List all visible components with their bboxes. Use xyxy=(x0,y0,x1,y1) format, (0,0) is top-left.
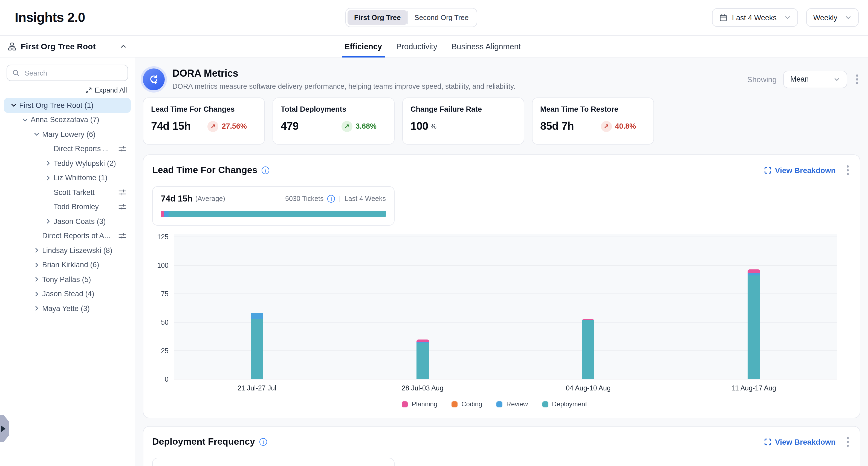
stat-value-row: 479↗3.68% xyxy=(281,120,386,133)
info-icon[interactable] xyxy=(259,438,267,446)
y-axis: 0255075100125 xyxy=(152,234,174,379)
chevron-down-icon[interactable] xyxy=(31,131,42,138)
stat-card-value: 74d 15h xyxy=(151,120,191,133)
summary-period: Last 4 Weeks xyxy=(344,195,386,203)
chevron-up-icon[interactable] xyxy=(120,43,127,50)
granularity-select[interactable]: Weekly xyxy=(806,8,859,27)
tree-item[interactable]: Todd Bromley xyxy=(4,200,131,214)
info-icon[interactable] xyxy=(262,167,270,174)
view-breakdown-button[interactable]: View Breakdown xyxy=(764,438,836,446)
tree-item[interactable]: First Org Tree Root (1) xyxy=(4,98,131,113)
org-toggle-second-org-tree[interactable]: Second Org Tree xyxy=(408,10,475,25)
bar-segment-planning xyxy=(748,270,760,272)
tree-item-label: Brian Kirkland (6) xyxy=(42,261,99,269)
stat-value-row: 100% xyxy=(410,120,516,133)
tree-item[interactable]: Mary Lowery (6) xyxy=(4,127,131,142)
gridline xyxy=(174,265,837,266)
granularity-value: Weekly xyxy=(813,13,837,22)
stat-card-value: 479 xyxy=(281,120,299,133)
trend-up-arrow-icon: ↗ xyxy=(601,121,612,132)
chevron-down-icon xyxy=(784,14,791,21)
sidebar-collapse-handle[interactable] xyxy=(0,415,9,442)
deployment-frequency-title: Deployment Frequency xyxy=(152,436,255,447)
chevron-right-icon[interactable] xyxy=(43,160,54,167)
tree-item[interactable]: Jason Coats (3) xyxy=(4,214,131,229)
tree-item[interactable]: Maya Yette (3) xyxy=(4,301,131,316)
org-toggle-first-org-tree[interactable]: First Org Tree xyxy=(347,10,407,25)
stat-delta-badge: ↗27.56% xyxy=(208,121,247,132)
tree-item[interactable]: Anna Scozzafava (7) xyxy=(4,113,131,127)
search-input[interactable] xyxy=(6,65,128,81)
filter-sliders-icon[interactable] xyxy=(118,232,126,240)
legend-swatch xyxy=(542,401,548,407)
tab-efficiency[interactable]: Efficiency xyxy=(342,36,385,58)
bar-segment-deployment xyxy=(748,275,760,379)
expand-all-button[interactable]: Expand All xyxy=(85,87,127,94)
chevron-right-icon[interactable] xyxy=(31,305,42,312)
tree-item[interactable]: Direct Reports of A... xyxy=(4,229,131,243)
date-range-select[interactable]: Last 4 Weeks xyxy=(712,8,798,27)
tab-productivity[interactable]: Productivity xyxy=(394,36,440,58)
aggregation-select[interactable]: Mean xyxy=(783,70,847,88)
phase-segment-deployment xyxy=(169,211,386,217)
plot-area xyxy=(174,234,837,379)
stat-value-row: 74d 15h↗27.56% xyxy=(151,120,257,133)
chevron-right-icon[interactable] xyxy=(31,276,42,283)
stat-delta-badge: ↗3.68% xyxy=(341,121,376,132)
filter-sliders-icon[interactable] xyxy=(118,188,126,197)
chevron-down-icon xyxy=(845,14,851,21)
dora-controls: Showing Mean xyxy=(747,70,860,88)
kebab-menu-button[interactable] xyxy=(854,72,860,86)
chevron-right-icon[interactable] xyxy=(31,262,42,268)
dora-subtitle: DORA metrics measure software delivery p… xyxy=(173,82,515,90)
tree-item[interactable]: Scott Tarkett xyxy=(4,185,131,200)
info-icon[interactable] xyxy=(327,195,335,203)
chevron-right-icon[interactable] xyxy=(31,291,42,297)
tree-item[interactable]: Brian Kirkland (6) xyxy=(4,258,131,272)
bar-segment-deployment xyxy=(416,343,429,379)
chevron-down-icon[interactable] xyxy=(20,117,31,123)
legend-item-coding: Coding xyxy=(452,400,482,408)
tree-item-label: Mary Lowery (6) xyxy=(42,130,95,139)
legend-swatch xyxy=(496,401,502,407)
legend-item-planning: Planning xyxy=(402,400,437,408)
kebab-menu-button[interactable] xyxy=(844,435,851,449)
summary-value: 74d 15h xyxy=(161,194,192,204)
lead-time-title-group: Lead Time For Changes xyxy=(152,165,270,176)
chevron-down-icon xyxy=(834,76,840,82)
deployment-frequency-summary-card xyxy=(152,458,395,466)
org-tree-toggle: First Org TreeSecond Org Tree xyxy=(345,8,477,27)
tree-item[interactable]: Tony Pallas (5) xyxy=(4,272,131,287)
summary-meta: 5030 Tickets | Last 4 Weeks xyxy=(285,195,386,203)
x-tick-label: 21 Jul-27 Jul xyxy=(174,384,340,392)
kebab-menu-button[interactable] xyxy=(844,163,851,177)
org-tree: First Org Tree Root (1)Anna Scozzafava (… xyxy=(0,98,135,318)
legend-swatch xyxy=(402,401,408,407)
dora-metrics-header: DORA Metrics DORA metrics measure softwa… xyxy=(143,68,860,90)
stat-card-title: Mean Time To Restore xyxy=(540,105,646,113)
page-title: Insights 2.0 xyxy=(15,10,85,25)
tree-item[interactable]: Liz Whittome (1) xyxy=(4,171,131,185)
x-tick-label: 11 Aug-17 Aug xyxy=(671,384,837,392)
tree-item-label: Teddy Wylupski (2) xyxy=(54,159,116,168)
chevron-down-icon[interactable] xyxy=(8,102,19,109)
tree-item[interactable]: Direct Reports ... xyxy=(4,142,131,156)
tree-item[interactable]: Jason Stead (4) xyxy=(4,287,131,301)
tab-business-alignment[interactable]: Business Alignment xyxy=(449,36,524,58)
stat-card-change-failure-rate: Change Failure Rate100% xyxy=(402,97,524,145)
filter-sliders-icon[interactable] xyxy=(118,145,126,153)
tree-item-label: Anna Scozzafava (7) xyxy=(31,116,99,124)
sidebar-title: First Org Tree Root xyxy=(21,41,116,51)
tree-item[interactable]: Lindsay Liszewski (8) xyxy=(4,243,131,258)
expand-all-label: Expand All xyxy=(95,87,127,94)
tree-item[interactable]: Teddy Wylupski (2) xyxy=(4,156,131,171)
trend-up-arrow-icon: ↗ xyxy=(208,121,218,132)
filter-sliders-icon[interactable] xyxy=(118,203,126,211)
calendar-icon xyxy=(719,13,727,22)
chevron-right-icon[interactable] xyxy=(43,175,54,181)
sidebar: First Org Tree Root Expand All xyxy=(0,35,135,466)
phase-segment-review xyxy=(164,211,169,217)
view-breakdown-button[interactable]: View Breakdown xyxy=(764,166,836,175)
chevron-right-icon[interactable] xyxy=(31,247,42,254)
chevron-right-icon[interactable] xyxy=(43,218,54,225)
